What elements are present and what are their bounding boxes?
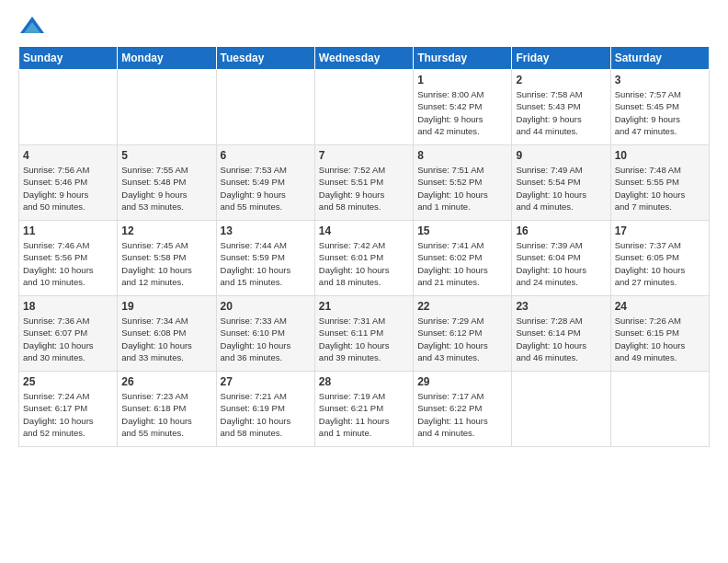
day-cell: 12Sunrise: 7:45 AM Sunset: 5:58 PM Dayli… [118, 221, 216, 296]
day-number: 10 [615, 149, 705, 162]
day-number: 7 [319, 149, 409, 162]
day-number: 11 [23, 224, 113, 237]
day-info: Sunrise: 7:46 AM Sunset: 5:56 PM Dayligh… [23, 239, 113, 288]
logo-icon [18, 15, 46, 37]
day-number: 19 [121, 300, 211, 313]
day-number: 18 [23, 300, 113, 313]
day-cell: 27Sunrise: 7:21 AM Sunset: 6:19 PM Dayli… [216, 372, 314, 447]
day-cell: 29Sunrise: 7:17 AM Sunset: 6:22 PM Dayli… [414, 372, 512, 447]
day-info: Sunrise: 7:34 AM Sunset: 6:08 PM Dayligh… [121, 315, 211, 363]
day-number: 25 [23, 375, 113, 388]
day-cell: 20Sunrise: 7:33 AM Sunset: 6:10 PM Dayli… [216, 296, 314, 372]
day-header-saturday: Saturday [610, 47, 709, 70]
day-cell: 25Sunrise: 7:24 AM Sunset: 6:17 PM Dayli… [19, 372, 118, 447]
day-cell: 6Sunrise: 7:53 AM Sunset: 5:49 PM Daylig… [216, 145, 314, 221]
day-number: 20 [221, 300, 311, 313]
day-cell: 9Sunrise: 7:49 AM Sunset: 5:54 PM Daylig… [512, 145, 610, 221]
day-header-thursday: Thursday [414, 47, 512, 70]
day-info: Sunrise: 7:36 AM Sunset: 6:07 PM Dayligh… [23, 315, 113, 363]
day-cell: 28Sunrise: 7:19 AM Sunset: 6:21 PM Dayli… [314, 372, 413, 447]
day-header-sunday: Sunday [19, 47, 118, 70]
day-info: Sunrise: 7:45 AM Sunset: 5:58 PM Dayligh… [121, 239, 211, 288]
week-row-1: 1Sunrise: 8:00 AM Sunset: 5:42 PM Daylig… [19, 70, 710, 145]
day-number: 6 [221, 149, 311, 162]
day-header-monday: Monday [118, 47, 216, 70]
day-info: Sunrise: 7:37 AM Sunset: 6:05 PM Dayligh… [615, 239, 705, 288]
day-number: 16 [516, 224, 606, 237]
day-info: Sunrise: 7:24 AM Sunset: 6:17 PM Dayligh… [23, 390, 113, 439]
week-row-2: 4Sunrise: 7:56 AM Sunset: 5:46 PM Daylig… [19, 145, 710, 221]
calendar-table: SundayMondayTuesdayWednesdayThursdayFrid… [18, 46, 710, 447]
day-number: 21 [319, 300, 409, 313]
day-header-wednesday: Wednesday [314, 47, 413, 70]
day-cell [610, 372, 709, 447]
day-number: 4 [23, 149, 113, 162]
day-cell [19, 70, 118, 145]
day-cell [216, 70, 314, 145]
day-cell [118, 70, 216, 145]
day-header-friday: Friday [512, 47, 610, 70]
day-info: Sunrise: 7:52 AM Sunset: 5:51 PM Dayligh… [319, 164, 409, 213]
day-number: 13 [221, 224, 311, 237]
day-info: Sunrise: 7:21 AM Sunset: 6:19 PM Dayligh… [221, 390, 311, 439]
day-cell: 11Sunrise: 7:46 AM Sunset: 5:56 PM Dayli… [19, 221, 118, 296]
day-number: 14 [319, 224, 409, 237]
day-cell: 19Sunrise: 7:34 AM Sunset: 6:08 PM Dayli… [118, 296, 216, 372]
week-row-4: 18Sunrise: 7:36 AM Sunset: 6:07 PM Dayli… [19, 296, 710, 372]
day-number: 9 [516, 149, 606, 162]
day-cell: 1Sunrise: 8:00 AM Sunset: 5:42 PM Daylig… [414, 70, 512, 145]
day-info: Sunrise: 7:51 AM Sunset: 5:52 PM Dayligh… [417, 164, 507, 213]
day-info: Sunrise: 7:49 AM Sunset: 5:54 PM Dayligh… [516, 164, 606, 213]
header [18, 15, 710, 37]
day-number: 27 [221, 375, 311, 388]
day-number: 23 [516, 300, 606, 313]
day-info: Sunrise: 7:53 AM Sunset: 5:49 PM Dayligh… [221, 164, 311, 213]
day-number: 28 [319, 375, 409, 388]
logo [18, 15, 50, 37]
day-info: Sunrise: 7:19 AM Sunset: 6:21 PM Dayligh… [319, 390, 409, 439]
day-info: Sunrise: 7:28 AM Sunset: 6:14 PM Dayligh… [516, 315, 606, 363]
week-row-5: 25Sunrise: 7:24 AM Sunset: 6:17 PM Dayli… [19, 372, 710, 447]
day-cell: 17Sunrise: 7:37 AM Sunset: 6:05 PM Dayli… [610, 221, 709, 296]
day-info: Sunrise: 8:00 AM Sunset: 5:42 PM Dayligh… [417, 88, 507, 137]
day-cell: 16Sunrise: 7:39 AM Sunset: 6:04 PM Dayli… [512, 221, 610, 296]
day-number: 2 [516, 74, 606, 86]
day-cell: 3Sunrise: 7:57 AM Sunset: 5:45 PM Daylig… [610, 70, 709, 145]
day-cell: 2Sunrise: 7:58 AM Sunset: 5:43 PM Daylig… [512, 70, 610, 145]
day-cell: 5Sunrise: 7:55 AM Sunset: 5:48 PM Daylig… [118, 145, 216, 221]
week-row-3: 11Sunrise: 7:46 AM Sunset: 5:56 PM Dayli… [19, 221, 710, 296]
day-info: Sunrise: 7:44 AM Sunset: 5:59 PM Dayligh… [221, 239, 311, 288]
day-cell: 14Sunrise: 7:42 AM Sunset: 6:01 PM Dayli… [314, 221, 413, 296]
header-row: SundayMondayTuesdayWednesdayThursdayFrid… [19, 47, 710, 70]
day-cell: 13Sunrise: 7:44 AM Sunset: 5:59 PM Dayli… [216, 221, 314, 296]
day-info: Sunrise: 7:42 AM Sunset: 6:01 PM Dayligh… [319, 239, 409, 288]
day-info: Sunrise: 7:29 AM Sunset: 6:12 PM Dayligh… [417, 315, 507, 363]
day-number: 5 [121, 149, 211, 162]
day-info: Sunrise: 7:41 AM Sunset: 6:02 PM Dayligh… [417, 239, 507, 288]
day-info: Sunrise: 7:48 AM Sunset: 5:55 PM Dayligh… [615, 164, 705, 213]
day-info: Sunrise: 7:58 AM Sunset: 5:43 PM Dayligh… [516, 88, 606, 137]
day-cell: 26Sunrise: 7:23 AM Sunset: 6:18 PM Dayli… [118, 372, 216, 447]
day-info: Sunrise: 7:26 AM Sunset: 6:15 PM Dayligh… [615, 315, 705, 363]
day-cell: 24Sunrise: 7:26 AM Sunset: 6:15 PM Dayli… [610, 296, 709, 372]
day-cell: 10Sunrise: 7:48 AM Sunset: 5:55 PM Dayli… [610, 145, 709, 221]
day-number: 17 [615, 224, 705, 237]
day-info: Sunrise: 7:33 AM Sunset: 6:10 PM Dayligh… [221, 315, 311, 363]
day-cell: 15Sunrise: 7:41 AM Sunset: 6:02 PM Dayli… [414, 221, 512, 296]
day-cell: 7Sunrise: 7:52 AM Sunset: 5:51 PM Daylig… [314, 145, 413, 221]
day-number: 12 [121, 224, 211, 237]
day-cell [512, 372, 610, 447]
day-info: Sunrise: 7:17 AM Sunset: 6:22 PM Dayligh… [417, 390, 507, 439]
day-number: 22 [417, 300, 507, 313]
day-info: Sunrise: 7:23 AM Sunset: 6:18 PM Dayligh… [121, 390, 211, 439]
day-cell: 22Sunrise: 7:29 AM Sunset: 6:12 PM Dayli… [414, 296, 512, 372]
day-info: Sunrise: 7:31 AM Sunset: 6:11 PM Dayligh… [319, 315, 409, 363]
day-number: 1 [417, 74, 507, 86]
day-number: 26 [121, 375, 211, 388]
day-info: Sunrise: 7:55 AM Sunset: 5:48 PM Dayligh… [121, 164, 211, 213]
day-cell: 18Sunrise: 7:36 AM Sunset: 6:07 PM Dayli… [19, 296, 118, 372]
day-number: 15 [417, 224, 507, 237]
day-number: 29 [417, 375, 507, 388]
day-info: Sunrise: 7:57 AM Sunset: 5:45 PM Dayligh… [615, 88, 705, 137]
day-cell: 23Sunrise: 7:28 AM Sunset: 6:14 PM Dayli… [512, 296, 610, 372]
